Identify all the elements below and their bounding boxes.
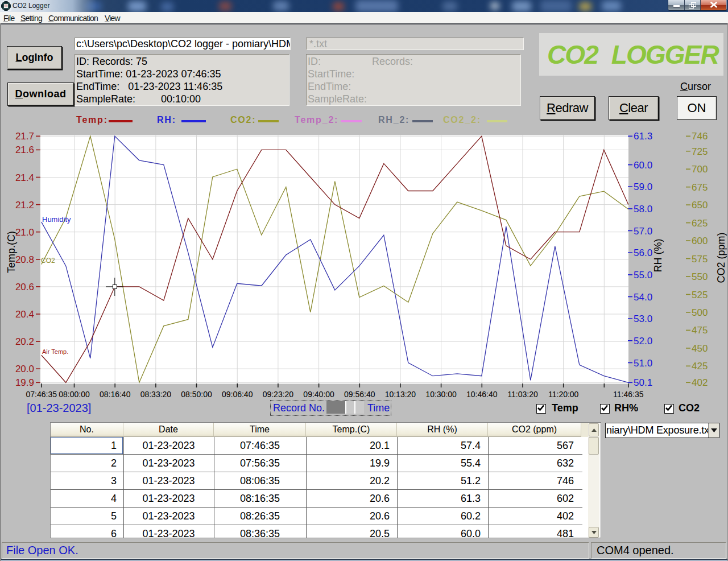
svg-text:21.2: 21.2 (15, 200, 34, 211)
svg-text:20.0: 20.0 (15, 364, 34, 374)
svg-text:20.2: 20.2 (15, 336, 34, 347)
svg-text:19.9: 19.9 (15, 377, 34, 388)
svg-text:525: 525 (692, 290, 708, 300)
svg-text:53.0: 53.0 (634, 314, 652, 324)
svg-text:21.4: 21.4 (15, 172, 34, 183)
svg-text:50.1: 50.1 (634, 377, 652, 388)
svg-text:575: 575 (692, 254, 708, 265)
svg-text:08:16:40: 08:16:40 (100, 390, 131, 399)
svg-text:11:03:20: 11:03:20 (507, 390, 538, 399)
svg-text:11:46:35: 11:46:35 (613, 390, 644, 399)
svg-text:CO2 (ppm): CO2 (ppm) (715, 232, 727, 283)
svg-text:08:33:20: 08:33:20 (140, 390, 172, 399)
svg-text:500: 500 (692, 307, 708, 318)
svg-text:20.4: 20.4 (15, 309, 34, 320)
svg-text:10:30:00: 10:30:00 (425, 390, 457, 399)
svg-text:20.6: 20.6 (15, 282, 34, 292)
svg-text:52.0: 52.0 (634, 336, 652, 346)
svg-text:59.0: 59.0 (634, 182, 652, 192)
svg-text:Air Temp.: Air Temp. (42, 348, 68, 355)
svg-text:10:13:20: 10:13:20 (385, 390, 416, 399)
svg-text:CO2: CO2 (41, 257, 55, 265)
svg-text:21.7: 21.7 (15, 131, 34, 142)
svg-text:600: 600 (692, 236, 708, 246)
svg-text:700: 700 (692, 164, 708, 175)
svg-text:20.8: 20.8 (15, 254, 34, 265)
svg-text:08:00:00: 08:00:00 (59, 390, 90, 399)
svg-text:425: 425 (692, 361, 708, 372)
svg-text:58.0: 58.0 (634, 204, 652, 214)
svg-text:725: 725 (692, 146, 708, 157)
svg-text:21.0: 21.0 (15, 227, 34, 238)
svg-text:625: 625 (692, 218, 708, 229)
svg-text:57.0: 57.0 (634, 226, 652, 237)
svg-text:09:56:40: 09:56:40 (344, 390, 375, 399)
svg-text:Humidity: Humidity (42, 215, 71, 224)
svg-text:746: 746 (692, 131, 708, 142)
svg-text:11:20:00: 11:20:00 (548, 390, 579, 399)
svg-text:51.0: 51.0 (634, 358, 652, 369)
svg-text:55.0: 55.0 (634, 270, 652, 280)
svg-text:450: 450 (692, 343, 708, 354)
svg-text:550: 550 (692, 271, 708, 282)
svg-text:475: 475 (692, 325, 708, 336)
svg-text:09:06:40: 09:06:40 (222, 390, 253, 399)
svg-text:09:23:20: 09:23:20 (263, 390, 294, 399)
svg-text:54.0: 54.0 (634, 292, 652, 303)
svg-text:675: 675 (692, 182, 708, 193)
svg-text:07:46:35: 07:46:35 (26, 390, 57, 399)
svg-text:09:40:00: 09:40:00 (303, 390, 334, 399)
svg-text:RH (%): RH (%) (652, 239, 664, 273)
svg-text:Temp.(C): Temp.(C) (6, 231, 17, 273)
svg-text:56.0: 56.0 (634, 248, 652, 258)
svg-text:60.0: 60.0 (634, 160, 652, 171)
svg-text:61.3: 61.3 (634, 131, 652, 142)
svg-text:402: 402 (692, 377, 708, 388)
svg-text:10:46:40: 10:46:40 (466, 390, 498, 399)
svg-text:650: 650 (692, 200, 708, 211)
svg-text:21.6: 21.6 (15, 145, 34, 155)
svg-text:08:50:00: 08:50:00 (181, 390, 212, 399)
